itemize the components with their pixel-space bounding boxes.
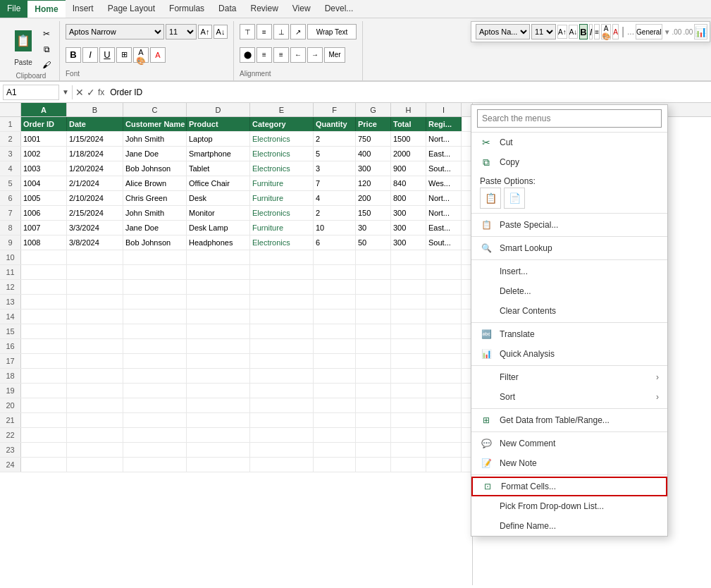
cell[interactable]: 3 <box>314 161 356 176</box>
cell[interactable] <box>426 265 462 279</box>
cell[interactable] <box>21 369 67 383</box>
cell[interactable] <box>21 354 67 368</box>
cell[interactable]: Electronics <box>250 147 314 161</box>
cell-ref-dropdown[interactable]: ▼ <box>62 88 69 96</box>
cell[interactable]: Customer Name <box>123 117 187 131</box>
cell[interactable]: Nort... <box>426 191 462 205</box>
menu-item-pick-dropdown[interactable]: Pick From Drop-down List... <box>471 496 667 516</box>
cell[interactable] <box>187 354 250 368</box>
cell[interactable]: East... <box>426 221 462 235</box>
cell[interactable]: 1/18/2024 <box>67 147 123 161</box>
cell[interactable] <box>391 310 426 324</box>
cell[interactable]: 6 <box>314 235 356 250</box>
tab-home[interactable]: Home <box>27 0 65 18</box>
cell[interactable] <box>123 324 187 338</box>
cell[interactable] <box>187 369 250 383</box>
align-left-button[interactable]: ⬤ <box>240 47 255 63</box>
cell[interactable] <box>356 280 391 294</box>
cell[interactable]: 3/8/2024 <box>67 235 123 250</box>
cell[interactable] <box>426 339 462 353</box>
cell[interactable]: 1001 <box>21 132 67 146</box>
tab-view[interactable]: View <box>285 0 318 18</box>
cut-button[interactable]: ✂ <box>39 27 54 41</box>
cell[interactable]: 1003 <box>21 161 67 176</box>
col-header-f[interactable]: F <box>314 103 356 116</box>
cell[interactable]: Jane Doe <box>123 147 187 161</box>
cell[interactable] <box>391 250 426 264</box>
cell[interactable]: 400 <box>356 147 391 161</box>
cell[interactable]: 900 <box>391 161 426 176</box>
cell[interactable] <box>356 339 391 353</box>
tab-page-layout[interactable]: Page Layout <box>101 0 162 18</box>
align-middle-button[interactable]: ≡ <box>256 24 272 39</box>
cell[interactable] <box>67 398 123 412</box>
cell[interactable] <box>391 443 426 457</box>
float-font-color[interactable]: A <box>612 24 619 39</box>
cell[interactable] <box>426 413 462 427</box>
cell[interactable]: John Smith <box>123 206 187 220</box>
font-name-dropdown[interactable]: Aptos Narrow <box>66 24 164 39</box>
cell[interactable]: Total <box>391 117 426 131</box>
align-top-button[interactable]: ⊤ <box>240 24 255 39</box>
menu-item-new-note[interactable]: 📝 New Note <box>471 453 667 473</box>
cell[interactable] <box>21 280 67 294</box>
cell[interactable] <box>250 354 314 368</box>
cell[interactable]: Electronics <box>250 206 314 220</box>
increase-indent-button[interactable]: → <box>307 47 323 63</box>
cell[interactable] <box>314 413 356 427</box>
menu-item-quick-analysis[interactable]: 📊 Quick Analysis <box>471 344 667 364</box>
cell[interactable] <box>123 369 187 383</box>
cell[interactable]: Chris Green <box>123 191 187 205</box>
cell[interactable] <box>67 310 123 324</box>
cell[interactable] <box>123 310 187 324</box>
cell[interactable] <box>187 413 250 427</box>
underline-button[interactable]: U <box>99 47 115 63</box>
border-button[interactable]: ⊞ <box>116 47 132 63</box>
align-right-button[interactable]: ≡ <box>273 47 289 63</box>
cell[interactable] <box>250 265 314 279</box>
format-painter-button[interactable]: 🖌 <box>39 58 54 72</box>
cell[interactable] <box>250 369 314 383</box>
menu-item-filter[interactable]: Filter › <box>471 367 667 387</box>
cell[interactable] <box>391 295 426 309</box>
menu-item-delete[interactable]: Delete... <box>471 281 667 301</box>
float-italic[interactable]: I <box>589 24 593 39</box>
cell[interactable] <box>391 280 426 294</box>
cell[interactable] <box>187 339 250 353</box>
insert-function-button[interactable]: fx <box>98 87 104 97</box>
cell[interactable]: 1/20/2024 <box>67 161 123 176</box>
cell[interactable]: Electronics <box>250 235 314 250</box>
cell[interactable] <box>426 443 462 457</box>
cell[interactable]: 2/15/2024 <box>67 206 123 220</box>
menu-item-cut[interactable]: ✂ Cut <box>471 133 667 152</box>
wrap-text-button[interactable]: Wrap Text <box>307 24 357 39</box>
cell[interactable]: 5 <box>314 147 356 161</box>
cell[interactable] <box>67 428 123 442</box>
cell[interactable]: 3/3/2024 <box>67 221 123 235</box>
cell[interactable]: Sout... <box>426 161 462 176</box>
cell[interactable]: 1002 <box>21 147 67 161</box>
cell[interactable] <box>356 310 391 324</box>
cell[interactable] <box>314 310 356 324</box>
cell[interactable]: 2/10/2024 <box>67 191 123 205</box>
cell[interactable] <box>356 398 391 412</box>
cell[interactable] <box>314 265 356 279</box>
cell[interactable] <box>391 413 426 427</box>
cell[interactable] <box>356 443 391 457</box>
col-header-a[interactable]: A <box>21 103 67 116</box>
cell[interactable]: Nort... <box>426 206 462 220</box>
cell[interactable] <box>426 354 462 368</box>
cell[interactable] <box>67 250 123 264</box>
cell[interactable]: 200 <box>356 191 391 205</box>
cell[interactable] <box>314 295 356 309</box>
menu-item-format-cells[interactable]: ⊡ Format Cells... <box>471 477 667 496</box>
cell[interactable] <box>67 295 123 309</box>
paste-icon-default[interactable]: 📋 <box>480 188 501 209</box>
cell[interactable]: Desk Lamp <box>187 221 250 235</box>
tab-insert[interactable]: Insert <box>66 0 101 18</box>
cell[interactable] <box>67 339 123 353</box>
cell[interactable] <box>391 384 426 398</box>
cell[interactable]: Bob Johnson <box>123 235 187 250</box>
cell[interactable]: 1006 <box>21 206 67 220</box>
cell[interactable] <box>391 398 426 412</box>
